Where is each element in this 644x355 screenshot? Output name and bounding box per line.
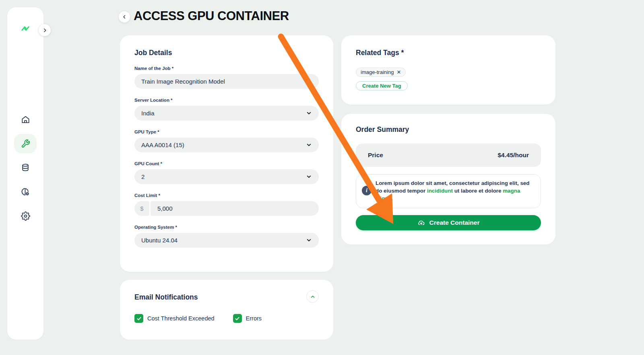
checkbox-cost-threshold[interactable]: Cost Threshold Exceeded xyxy=(134,314,215,323)
settings-gear-icon xyxy=(21,211,30,221)
email-notifications-card: Email Notifications Cost Threshold Excee… xyxy=(120,280,333,340)
related-tags-card: Related Tags * image-training ✕ Create N… xyxy=(341,35,555,105)
chevron-down-icon xyxy=(306,237,312,243)
gpu-count-label: GPU Count * xyxy=(134,161,319,166)
gpu-type-value: AAA A0014 (15) xyxy=(141,142,184,148)
cloud-upload-icon xyxy=(417,219,425,227)
chevron-up-icon xyxy=(310,294,316,300)
checkbox-label: Cost Threshold Exceeded xyxy=(147,315,215,322)
chevron-down-icon xyxy=(306,110,312,116)
sidebar-item-settings[interactable] xyxy=(14,206,37,226)
server-location-label: Server Location * xyxy=(134,98,319,103)
chevron-right-icon xyxy=(42,28,47,33)
cost-limit-input[interactable] xyxy=(151,201,319,216)
chevron-down-icon xyxy=(306,174,312,180)
sidebar-item-ai[interactable] xyxy=(14,182,37,201)
operating-system-label: Operating System * xyxy=(134,225,319,230)
cost-limit-label: Cost Limit * xyxy=(134,193,319,198)
database-icon xyxy=(21,163,30,172)
server-location-select[interactable]: India xyxy=(134,106,319,121)
price-row: Price $4.45/hour xyxy=(356,144,541,167)
gpu-type-label: GPU Type * xyxy=(134,129,319,134)
order-summary-heading: Order Summary xyxy=(356,125,541,134)
tag-chip: image-training ✕ xyxy=(356,68,406,77)
gpu-type-select[interactable]: AAA A0014 (15) xyxy=(134,137,319,152)
server-location-value: India xyxy=(141,110,155,117)
sidebar-expand-button[interactable] xyxy=(39,24,51,36)
back-button[interactable] xyxy=(119,11,130,23)
create-container-label: Create Container xyxy=(429,219,480,226)
related-tags-heading: Related Tags * xyxy=(356,49,404,57)
operating-system-value: Ubuntu 24.04 xyxy=(141,237,178,244)
page-title: ACCESS GPU CONTAINER xyxy=(134,9,289,23)
job-name-label: Name of the Job * xyxy=(134,66,319,71)
sidebar-item-tools[interactable] xyxy=(14,134,37,153)
ai-brain-icon xyxy=(21,187,30,197)
currency-prefix: $ xyxy=(134,201,149,216)
create-new-tag-button[interactable]: Create New Tag xyxy=(356,81,408,90)
checkbox-errors[interactable]: Errors xyxy=(233,314,262,323)
sidebar-nav xyxy=(7,110,43,226)
gpu-count-value: 2 xyxy=(141,173,144,180)
job-details-heading: Job Details xyxy=(134,49,319,57)
create-container-button[interactable]: Create Container xyxy=(356,215,541,230)
page: ACCESS GPU CONTAINER Job Details Name of… xyxy=(0,0,644,355)
price-value: $4.45/hour xyxy=(497,152,529,159)
checkbox-checked-icon xyxy=(233,314,242,323)
checkbox-label: Errors xyxy=(246,315,262,322)
checkbox-checked-icon xyxy=(134,314,143,323)
job-details-card: Job Details Name of the Job * Server Loc… xyxy=(120,35,333,272)
logo-icon xyxy=(7,23,43,34)
sidebar-item-home[interactable] xyxy=(14,110,37,129)
gpu-count-select[interactable]: 2 xyxy=(134,169,319,184)
home-icon xyxy=(21,115,30,124)
info-text: Lorem ipsum dolor sit amet, consectetur … xyxy=(376,179,534,202)
wrench-icon xyxy=(21,139,30,148)
order-summary-card: Order Summary Price $4.45/hour i Lorem i… xyxy=(341,114,555,244)
email-notifications-heading: Email Notifications xyxy=(134,293,198,302)
chevron-down-icon xyxy=(306,142,312,148)
info-link: incididunt xyxy=(427,188,453,194)
operating-system-select[interactable]: Ubuntu 24.04 xyxy=(134,233,319,248)
chevron-left-icon xyxy=(122,14,127,19)
info-box: i Lorem ipsum dolor sit amet, consectetu… xyxy=(356,174,541,208)
price-label: Price xyxy=(368,152,383,159)
sidebar xyxy=(7,7,43,340)
job-name-input[interactable] xyxy=(134,74,319,89)
collapse-section-button[interactable] xyxy=(306,290,319,303)
remove-tag-icon[interactable]: ✕ xyxy=(396,70,401,75)
info-icon: i xyxy=(362,186,372,195)
sidebar-item-database[interactable] xyxy=(14,158,37,177)
tag-label: image-training xyxy=(361,69,394,75)
